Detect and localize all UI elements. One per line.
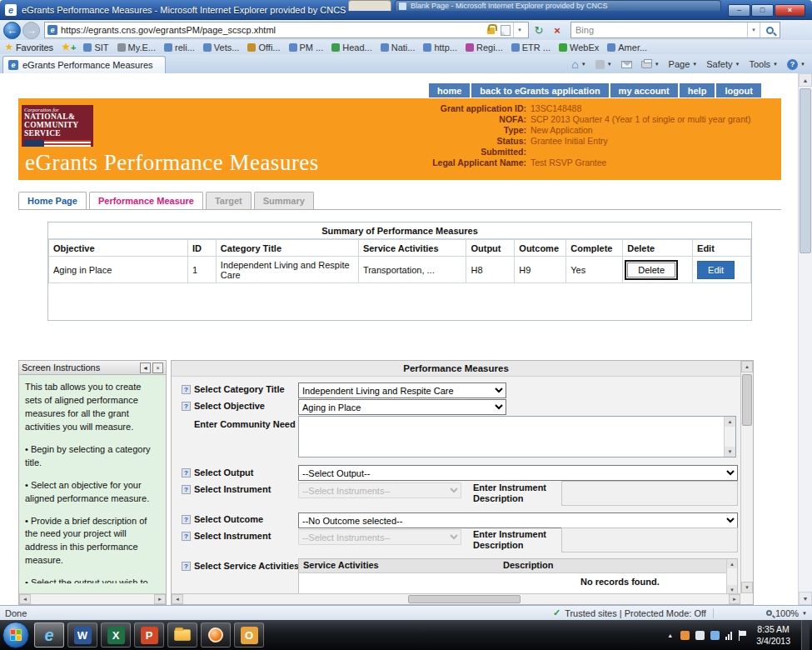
taskbar-outlook[interactable]: O <box>234 622 264 648</box>
favorite-item[interactable]: Head... <box>327 41 376 54</box>
nav-logout[interactable]: logout <box>716 83 761 98</box>
help-icon[interactable]: ? <box>182 468 191 478</box>
tab-performance-measure[interactable]: Performance Measure <box>89 192 203 209</box>
security-lock-icon[interactable] <box>487 28 495 34</box>
nav-home[interactable]: home <box>429 83 470 98</box>
objective-select[interactable]: Aging in Place <box>298 399 506 415</box>
maximize-button[interactable]: □ <box>751 4 774 17</box>
scroll-down-button[interactable]: ▼ <box>725 447 735 457</box>
start-button[interactable] <box>2 622 29 648</box>
form-horizontal-scrollbar[interactable]: ◄ ► <box>172 593 740 604</box>
taskbar-media-player[interactable] <box>201 622 231 648</box>
scroll-down-button[interactable]: ▼ <box>799 592 812 605</box>
refresh-button[interactable]: ↻ <box>531 22 547 38</box>
scroll-right-button[interactable]: ► <box>729 594 740 604</box>
background-window-document[interactable] <box>348 0 391 11</box>
search-box[interactable]: ▼ <box>570 22 780 38</box>
minimize-button[interactable]: – <box>728 4 750 17</box>
safety-menu[interactable]: Safety▼ <box>703 57 743 72</box>
scrollbar-thumb[interactable] <box>742 374 752 426</box>
favorite-item[interactable]: WebEx <box>555 41 603 54</box>
instructions-close-button[interactable]: × <box>152 362 163 373</box>
taskbar-powerpoint[interactable]: P <box>134 622 164 648</box>
action-center-flag-icon[interactable] <box>738 630 747 641</box>
scrollbar-track[interactable] <box>799 87 812 592</box>
stop-button[interactable]: × <box>549 22 565 38</box>
print-button[interactable]: ▼ <box>638 57 663 72</box>
taskbar-word[interactable]: W <box>67 622 97 648</box>
favorite-item[interactable]: SIT <box>79 41 112 54</box>
favorite-item[interactable]: Vets... <box>199 41 244 54</box>
scroll-up-button[interactable]: ▲ <box>727 559 737 568</box>
community-need-textarea[interactable] <box>299 417 735 457</box>
nav-my-account[interactable]: my account <box>610 83 678 98</box>
favorite-item[interactable]: PM ... <box>285 41 328 54</box>
help-icon[interactable]: ? <box>182 485 191 494</box>
forward-button[interactable]: → <box>22 22 40 39</box>
edit-button[interactable]: Edit <box>697 261 735 279</box>
scrollbar-track[interactable] <box>31 594 154 604</box>
favorite-item[interactable]: My.E... <box>113 41 160 54</box>
taskbar-ie[interactable]: e <box>34 622 64 648</box>
read-mail-button[interactable] <box>618 57 635 72</box>
favorites-button[interactable]: ★ Favorites <box>3 41 58 54</box>
sa-table-scrollbar[interactable]: ▲▼ <box>726 559 737 594</box>
address-field[interactable]: e ▼ <box>44 22 529 38</box>
scroll-left-button[interactable]: ◄ <box>19 594 31 604</box>
help-icon[interactable]: ? <box>182 515 191 524</box>
compatibility-view-icon[interactable] <box>501 25 511 36</box>
home-button[interactable]: ⌂▼ <box>568 57 589 72</box>
outcome-select[interactable]: --No Outcome selected-- <box>298 512 738 528</box>
scroll-left-button[interactable]: ◄ <box>172 594 183 604</box>
scroll-up-button[interactable]: ▲ <box>741 361 753 372</box>
favorite-item[interactable]: ETR ... <box>507 41 555 54</box>
help-icon[interactable]: ? <box>182 562 191 571</box>
taskbar-excel[interactable]: X <box>101 622 131 648</box>
search-dropdown[interactable]: ▼ <box>747 22 760 38</box>
help-icon[interactable]: ? <box>182 385 191 394</box>
page-menu[interactable]: Page▼ <box>665 57 701 72</box>
address-dropdown[interactable]: ▼ <box>513 22 526 38</box>
scrollbar-thumb[interactable] <box>408 595 521 603</box>
security-zone[interactable]: ✓ Trusted sites | Protected Mode: Off <box>553 608 706 618</box>
page-vertical-scrollbar[interactable]: ▲ ▼ <box>798 73 812 605</box>
help-icon[interactable]: ? <box>182 402 191 411</box>
scrollbar-thumb[interactable] <box>800 88 811 253</box>
search-input[interactable] <box>571 25 747 35</box>
scrollbar-track[interactable] <box>183 594 729 604</box>
tray-icon[interactable] <box>695 631 705 640</box>
back-button[interactable]: ← <box>3 22 21 39</box>
instructions-horizontal-scrollbar[interactable]: ◄ ► <box>19 593 166 604</box>
background-window-ie[interactable]: Blank Page - Microsoft Internet Explorer… <box>395 0 721 11</box>
nav-help[interactable]: help <box>680 83 715 98</box>
clock[interactable]: 8:35 AM 3/4/2013 <box>756 623 790 647</box>
instructions-collapse-button[interactable]: ◄ <box>140 362 151 373</box>
output-select[interactable]: --Select Output-- <box>298 465 738 481</box>
tools-menu[interactable]: Tools▼ <box>745 57 781 72</box>
close-button[interactable]: × <box>775 4 805 17</box>
scroll-down-button[interactable]: ▼ <box>741 582 753 593</box>
show-desktop-button[interactable] <box>801 620 810 650</box>
taskbar-explorer[interactable] <box>167 622 197 648</box>
network-icon[interactable] <box>725 631 732 640</box>
scrollbar-track[interactable] <box>741 372 753 582</box>
nav-back-to-egrants[interactable]: back to eGrants application <box>471 83 608 98</box>
help-icon[interactable]: ? <box>182 532 191 541</box>
tab-home-page[interactable]: Home Page <box>18 192 87 209</box>
feeds-button[interactable]: ▼ <box>592 57 615 72</box>
category-title-select[interactable]: Independent Living and Respite Care <box>298 382 506 398</box>
favorite-item[interactable]: Offi... <box>243 41 284 54</box>
favorite-item[interactable]: Amer... <box>603 41 651 54</box>
search-button[interactable] <box>760 22 780 38</box>
scroll-up-button[interactable]: ▲ <box>799 73 812 87</box>
favorite-item[interactable]: Nati... <box>376 41 420 54</box>
help-menu[interactable]: ?▼ <box>784 57 809 72</box>
tray-icon[interactable] <box>680 631 690 640</box>
browser-tab[interactable]: e eGrants Performance Measures <box>2 56 166 73</box>
tray-icon[interactable] <box>710 631 720 640</box>
delete-button[interactable]: Delete <box>627 262 675 278</box>
hidden-icons-button[interactable]: ▲ <box>665 631 675 640</box>
form-vertical-scrollbar[interactable]: ▲ ▼ <box>740 361 753 593</box>
favorite-item[interactable]: http... <box>419 41 461 54</box>
textarea-scrollbar[interactable]: ▲▼ <box>724 417 735 457</box>
